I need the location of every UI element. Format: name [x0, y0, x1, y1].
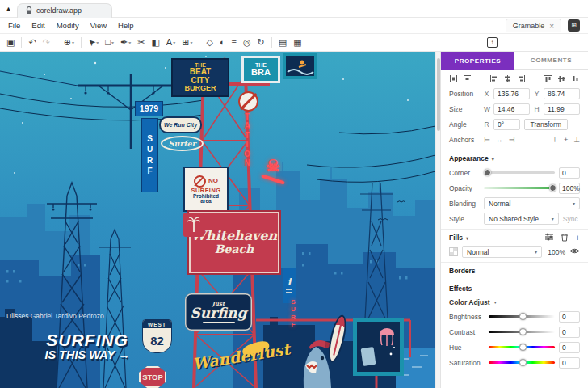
anchor-top-icon[interactable]: ⊤: [552, 136, 558, 144]
text-tool[interactable]: A▾: [166, 38, 175, 47]
size-w-field[interactable]: 14.46: [494, 103, 530, 115]
position-x-field[interactable]: 135.76: [494, 88, 530, 99]
corner-slider[interactable]: [484, 171, 555, 174]
opacity-value[interactable]: 100%: [559, 183, 580, 194]
sign-1979[interactable]: 1979: [135, 101, 163, 116]
align-tool[interactable]: ≡: [232, 38, 237, 47]
add-fill-icon[interactable]: +: [575, 234, 580, 242]
hue-slider[interactable]: [489, 346, 555, 348]
contrast-slider[interactable]: [489, 331, 555, 333]
hue-value[interactable]: 0: [559, 342, 580, 353]
blending-select[interactable]: Normal ▾: [484, 197, 580, 209]
saturation-slider[interactable]: [489, 361, 555, 364]
angle-field[interactable]: 0°: [494, 119, 520, 130]
sign-vertical-surf[interactable]: S U R F: [141, 118, 158, 192]
rotate-tool[interactable]: ↻: [258, 38, 265, 47]
distribute-vertical-icon[interactable]: [463, 74, 472, 83]
browser-tab[interactable]: coreldraw.app: [17, 3, 112, 18]
fill-options-icon[interactable]: [544, 233, 554, 242]
transform-button[interactable]: Transform: [524, 119, 568, 130]
tab-properties[interactable]: PROPERTIES: [441, 52, 514, 70]
fills-header[interactable]: Fills ▾ +: [441, 231, 588, 244]
sync-label[interactable]: Sync.: [563, 215, 580, 223]
palm-badge[interactable]: [183, 213, 204, 237]
direction-text[interactable]: SURFING IS THIS WAY →: [23, 331, 152, 361]
apps-icon[interactable]: ⊞: [568, 19, 580, 32]
align-top-icon[interactable]: [544, 74, 552, 83]
tools-icon[interactable]: ▣: [6, 38, 15, 47]
opacity-slider[interactable]: [484, 187, 555, 189]
rectangle-tool[interactable]: □▾: [105, 38, 114, 47]
sign-no-surfing[interactable]: NO SURFING Prohibited area: [183, 167, 229, 212]
eye-icon[interactable]: [569, 247, 580, 256]
select-tool[interactable]: ➤▾: [88, 38, 99, 47]
align-middle-vertical-icon[interactable]: [557, 74, 566, 83]
distribute-horizontal-icon[interactable]: [449, 74, 458, 83]
knife-tool[interactable]: ✂: [137, 38, 145, 47]
anchor-right-icon[interactable]: ⊣: [509, 136, 515, 144]
brightness-value[interactable]: 0: [559, 311, 580, 323]
pen-tool[interactable]: ✒▾: [120, 38, 131, 47]
align-bottom-icon[interactable]: [571, 74, 580, 83]
sign-burger[interactable]: THE BEAT CITY BURGER: [171, 58, 229, 97]
vertical-scrollbar[interactable]: [435, 52, 440, 388]
style-select[interactable]: No Shared Style ▾: [484, 213, 559, 225]
redo-button[interactable]: ↷: [43, 38, 50, 47]
saturation-value[interactable]: 0: [559, 357, 580, 369]
zoom-tool[interactable]: ⊕▾: [64, 38, 74, 47]
artboard-tool[interactable]: ⊞▾: [182, 38, 192, 47]
size-h-field[interactable]: 11.99: [544, 103, 580, 115]
contrast-value[interactable]: 0: [559, 327, 580, 338]
document-tab[interactable]: Gramable ×: [506, 19, 561, 32]
sign-surf-pole[interactable]: S U R F: [288, 299, 298, 329]
undo-button[interactable]: ↶: [28, 38, 36, 47]
position-y-field[interactable]: 86.74: [544, 88, 580, 99]
scrollbar-thumb[interactable]: [437, 58, 440, 131]
brightness-slider[interactable]: [489, 315, 555, 318]
export-button[interactable]: ↑: [487, 37, 498, 48]
position-row: Position X 135.76 Y 86.74: [441, 86, 588, 101]
align-center-horizontal-icon[interactable]: [503, 74, 512, 83]
brightness-row: Brightness 0: [441, 309, 588, 324]
effects-header[interactable]: Effects: [441, 282, 588, 295]
chevron-down-icon[interactable]: ▾: [494, 299, 497, 305]
framed-picture-aquarium[interactable]: [353, 318, 404, 376]
boolean-tool[interactable]: ◎: [243, 38, 251, 47]
sign-we-run-city[interactable]: We Run City: [159, 116, 202, 133]
anchor-center-h-icon[interactable]: ↔: [496, 136, 503, 144]
sign-the-bra[interactable]: THE BRA: [242, 56, 280, 83]
fill-opacity-value[interactable]: 100%: [546, 248, 565, 256]
align-right-icon[interactable]: [517, 74, 526, 83]
menu-help[interactable]: Help: [118, 21, 134, 30]
menu-edit[interactable]: Edit: [32, 21, 44, 30]
align-left-icon[interactable]: [489, 74, 498, 83]
node-edit-tool[interactable]: ◇: [206, 38, 212, 47]
fill-mode-select[interactable]: Normal ▾: [462, 246, 542, 258]
neon-skeleton-surfer[interactable]: ☠: [258, 146, 288, 192]
tab-comments[interactable]: COMMENTS: [514, 52, 588, 70]
fill-tool[interactable]: ◧: [151, 38, 159, 47]
anchor-left-icon[interactable]: ⊢: [484, 136, 490, 144]
corner-value[interactable]: 0: [559, 167, 580, 179]
prohibition-sign-small[interactable]: [238, 91, 258, 112]
trash-icon[interactable]: [561, 233, 569, 243]
sign-surfing-badge[interactable]: Just Surfing: [185, 293, 252, 331]
sign-west-82[interactable]: WEST 82: [142, 319, 172, 353]
sign-surfer-oval[interactable]: Surfer: [161, 136, 204, 151]
aquarium-graphic: [357, 322, 400, 372]
borders-header[interactable]: Borders: [441, 264, 588, 277]
menu-file[interactable]: File: [8, 21, 20, 30]
framed-picture-surfer[interactable]: [283, 53, 317, 79]
menu-modify[interactable]: Modify: [57, 21, 79, 30]
appearance-header[interactable]: Appearance ▾: [441, 152, 588, 165]
sign-station-neon[interactable]: S T A T I O N: [240, 103, 254, 168]
shape-builder-tool[interactable]: ◐: [220, 38, 225, 47]
menu-view[interactable]: View: [90, 21, 107, 30]
anchor-bottom-icon[interactable]: ⊥: [573, 136, 580, 144]
anchor-center-icon[interactable]: +: [564, 136, 568, 144]
grid-view-button[interactable]: ▤: [279, 38, 287, 47]
close-icon[interactable]: ×: [549, 22, 554, 31]
fill-swatch[interactable]: [449, 247, 458, 256]
canvas[interactable]: THE BEAT CITY BURGER THE BRA 1979 S U R …: [0, 52, 435, 388]
layout-button[interactable]: ▦: [293, 38, 301, 47]
